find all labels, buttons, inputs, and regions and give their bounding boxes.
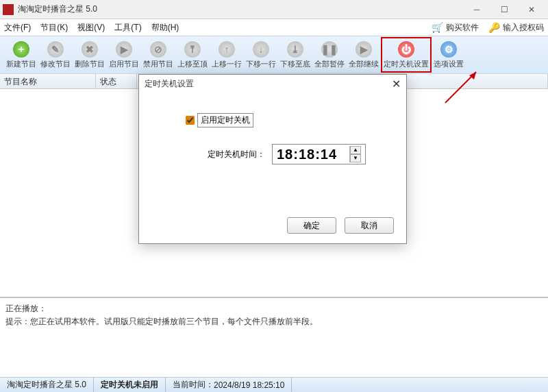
now-playing-label: 正在播放：	[5, 302, 543, 315]
menubar: 文件(F) 节目(K) 视图(V) 工具(T) 帮助(H) 🛒购买软件 🔑输入授…	[0, 19, 548, 36]
info-panel: 正在播放： 提示：您正在试用本软件。试用版只能定时播放前三个节目，每个文件只播放…	[0, 297, 548, 362]
move-down-button[interactable]: ↓下移一行	[244, 38, 278, 71]
col-status[interactable]: 状态	[96, 74, 137, 88]
pause-all-button[interactable]: ❚❚全部暂停	[312, 38, 347, 71]
shutdown-settings-button[interactable]: ⏻定时关机设置	[381, 37, 432, 73]
statusbar: 淘淘定时播音之星 5.0 定时关机未启用 当前时间：2024/8/19 18:2…	[0, 377, 548, 392]
move-bottom-button[interactable]: ⤓下移至底	[278, 38, 312, 71]
menu-file[interactable]: 文件(F)	[4, 22, 31, 34]
maximize-button[interactable]: ☐	[490, 1, 518, 18]
disable-program-button[interactable]: ⊘禁用节目	[141, 38, 175, 71]
enable-shutdown-checkbox[interactable]	[186, 116, 195, 125]
cart-icon: 🛒	[432, 22, 443, 33]
new-program-button[interactable]: ＋新建节目	[4, 38, 38, 71]
cancel-button[interactable]: 取消	[345, 217, 394, 234]
ok-button[interactable]: 确定	[287, 217, 336, 234]
power-icon: ⏻	[398, 41, 414, 58]
menu-view[interactable]: 视图(V)	[77, 22, 105, 34]
status-app: 淘淘定时播音之星 5.0	[0, 378, 94, 392]
status-time: 当前时间：2024/8/19 18:25:10	[166, 378, 292, 392]
status-shutdown: 定时关机未启用	[94, 378, 166, 392]
key-icon: 🔑	[488, 22, 500, 33]
move-up-button[interactable]: ↑上移一行	[210, 38, 244, 71]
edit-icon: ✎	[47, 41, 64, 58]
app-icon	[3, 4, 14, 15]
arrow-up-icon: ↑	[219, 41, 235, 58]
minimize-button[interactable]: ─	[463, 1, 490, 18]
shutdown-time-label: 定时关机时间：	[208, 149, 265, 160]
options-button[interactable]: ⚙选项设置	[432, 38, 466, 71]
enable-shutdown-label: 启用定时关机	[197, 113, 253, 127]
dialog-title: 定时关机设置	[145, 78, 194, 90]
gear-icon: ⚙	[440, 41, 457, 58]
menu-program[interactable]: 节目(K)	[40, 22, 68, 34]
resume-all-button[interactable]: ▶全部继续	[347, 38, 381, 71]
arrow-down-icon: ↓	[253, 41, 269, 58]
plus-icon: ＋	[13, 41, 29, 58]
shutdown-dialog: 定时关机设置 ✕ 启用定时关机 定时关机时间： 18:18:14 ▲ ▼ 确定 …	[138, 74, 407, 244]
play-icon: ▶	[116, 41, 132, 58]
close-button[interactable]: ✕	[518, 1, 545, 18]
resume-icon: ▶	[356, 41, 372, 58]
shutdown-time-input[interactable]: 18:18:14 ▲ ▼	[272, 144, 366, 164]
menu-tool[interactable]: 工具(T)	[114, 22, 141, 34]
col-name[interactable]: 节目名称	[0, 74, 96, 88]
time-spinner: ▲ ▼	[349, 146, 361, 162]
move-top-button[interactable]: ⤒上移至顶	[175, 38, 210, 71]
buy-link[interactable]: 🛒购买软件	[432, 22, 479, 34]
arrow-bottom-icon: ⤓	[287, 41, 303, 58]
spinner-down-button[interactable]: ▼	[350, 154, 361, 162]
titlebar: 淘淘定时播音之星 5.0 ─ ☐ ✕	[0, 0, 548, 19]
enable-program-button[interactable]: ▶启用节目	[107, 38, 141, 71]
shutdown-time-value: 18:18:14	[277, 147, 337, 162]
license-link[interactable]: 🔑输入授权码	[488, 22, 544, 34]
stop-icon: ⊘	[150, 41, 166, 58]
delete-program-button[interactable]: ✖删除节目	[73, 38, 107, 71]
menu-help[interactable]: 帮助(H)	[151, 22, 179, 34]
dialog-close-button[interactable]: ✕	[392, 77, 401, 90]
delete-icon: ✖	[82, 41, 98, 58]
enable-shutdown-checkbox-row: 启用定时关机	[186, 113, 379, 127]
dialog-titlebar: 定时关机设置 ✕	[139, 75, 406, 93]
edit-program-button[interactable]: ✎修改节目	[38, 38, 73, 71]
trial-hint: 提示：您正在试用本软件。试用版只能定时播放前三个节目，每个文件只播放前半段。	[5, 315, 543, 328]
toolbar: ＋新建节目 ✎修改节目 ✖删除节目 ▶启用节目 ⊘禁用节目 ⤒上移至顶 ↑上移一…	[0, 36, 548, 74]
spinner-up-button[interactable]: ▲	[350, 146, 361, 154]
arrow-top-icon: ⤒	[184, 41, 201, 58]
window-title: 淘淘定时播音之星 5.0	[18, 3, 463, 15]
pause-icon: ❚❚	[321, 41, 338, 58]
